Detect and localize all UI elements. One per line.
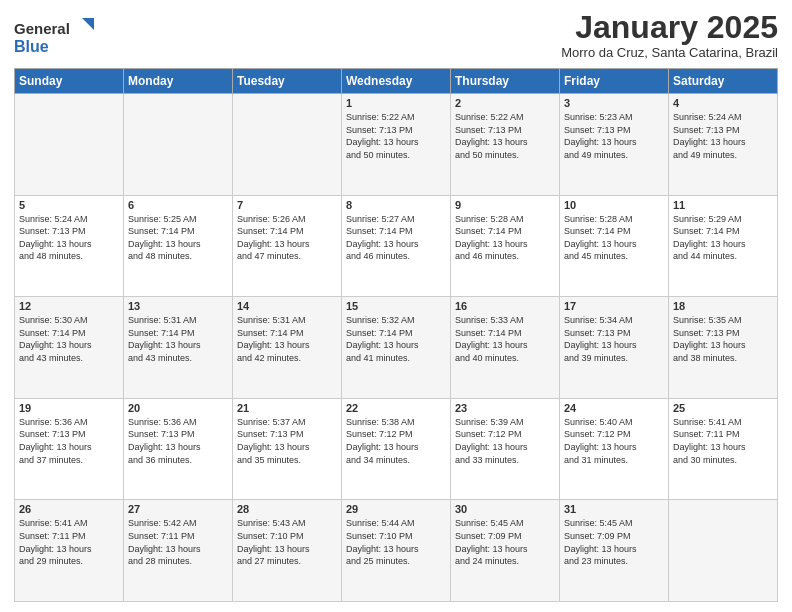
calendar-cell: 12Sunrise: 5:30 AM Sunset: 7:14 PM Dayli…: [15, 297, 124, 399]
day-info: Sunrise: 5:45 AM Sunset: 7:09 PM Dayligh…: [455, 517, 555, 567]
calendar-cell: [15, 94, 124, 196]
day-number: 7: [237, 199, 337, 211]
week-row-4: 26Sunrise: 5:41 AM Sunset: 7:11 PM Dayli…: [15, 500, 778, 602]
day-info: Sunrise: 5:28 AM Sunset: 7:14 PM Dayligh…: [564, 213, 664, 263]
day-info: Sunrise: 5:36 AM Sunset: 7:13 PM Dayligh…: [19, 416, 119, 466]
day-number: 22: [346, 402, 446, 414]
day-info: Sunrise: 5:38 AM Sunset: 7:12 PM Dayligh…: [346, 416, 446, 466]
header: General Blue January 2025 Morro da Cruz,…: [14, 10, 778, 62]
week-row-0: 1Sunrise: 5:22 AM Sunset: 7:13 PM Daylig…: [15, 94, 778, 196]
day-number: 5: [19, 199, 119, 211]
logo-svg: General Blue: [14, 14, 104, 58]
day-number: 24: [564, 402, 664, 414]
header-monday: Monday: [124, 69, 233, 94]
day-info: Sunrise: 5:41 AM Sunset: 7:11 PM Dayligh…: [673, 416, 773, 466]
calendar-cell: 27Sunrise: 5:42 AM Sunset: 7:11 PM Dayli…: [124, 500, 233, 602]
day-number: 20: [128, 402, 228, 414]
day-number: 1: [346, 97, 446, 109]
day-number: 25: [673, 402, 773, 414]
header-saturday: Saturday: [669, 69, 778, 94]
day-info: Sunrise: 5:39 AM Sunset: 7:12 PM Dayligh…: [455, 416, 555, 466]
calendar-cell: 5Sunrise: 5:24 AM Sunset: 7:13 PM Daylig…: [15, 195, 124, 297]
day-number: 29: [346, 503, 446, 515]
day-info: Sunrise: 5:31 AM Sunset: 7:14 PM Dayligh…: [128, 314, 228, 364]
calendar-cell: 9Sunrise: 5:28 AM Sunset: 7:14 PM Daylig…: [451, 195, 560, 297]
day-number: 11: [673, 199, 773, 211]
day-info: Sunrise: 5:42 AM Sunset: 7:11 PM Dayligh…: [128, 517, 228, 567]
day-info: Sunrise: 5:36 AM Sunset: 7:13 PM Dayligh…: [128, 416, 228, 466]
day-info: Sunrise: 5:29 AM Sunset: 7:14 PM Dayligh…: [673, 213, 773, 263]
svg-text:Blue: Blue: [14, 38, 49, 55]
calendar-cell: 29Sunrise: 5:44 AM Sunset: 7:10 PM Dayli…: [342, 500, 451, 602]
calendar-cell: 21Sunrise: 5:37 AM Sunset: 7:13 PM Dayli…: [233, 398, 342, 500]
day-info: Sunrise: 5:34 AM Sunset: 7:13 PM Dayligh…: [564, 314, 664, 364]
week-row-1: 5Sunrise: 5:24 AM Sunset: 7:13 PM Daylig…: [15, 195, 778, 297]
day-info: Sunrise: 5:35 AM Sunset: 7:13 PM Dayligh…: [673, 314, 773, 364]
day-number: 6: [128, 199, 228, 211]
calendar-cell: 4Sunrise: 5:24 AM Sunset: 7:13 PM Daylig…: [669, 94, 778, 196]
calendar-cell: 31Sunrise: 5:45 AM Sunset: 7:09 PM Dayli…: [560, 500, 669, 602]
header-tuesday: Tuesday: [233, 69, 342, 94]
header-friday: Friday: [560, 69, 669, 94]
calendar-cell: 10Sunrise: 5:28 AM Sunset: 7:14 PM Dayli…: [560, 195, 669, 297]
day-info: Sunrise: 5:33 AM Sunset: 7:14 PM Dayligh…: [455, 314, 555, 364]
day-info: Sunrise: 5:22 AM Sunset: 7:13 PM Dayligh…: [455, 111, 555, 161]
header-sunday: Sunday: [15, 69, 124, 94]
week-row-2: 12Sunrise: 5:30 AM Sunset: 7:14 PM Dayli…: [15, 297, 778, 399]
calendar-cell: 11Sunrise: 5:29 AM Sunset: 7:14 PM Dayli…: [669, 195, 778, 297]
calendar-cell: 30Sunrise: 5:45 AM Sunset: 7:09 PM Dayli…: [451, 500, 560, 602]
day-number: 17: [564, 300, 664, 312]
day-number: 28: [237, 503, 337, 515]
month-title: January 2025: [561, 10, 778, 45]
calendar-cell: 7Sunrise: 5:26 AM Sunset: 7:14 PM Daylig…: [233, 195, 342, 297]
day-number: 30: [455, 503, 555, 515]
calendar-cell: 1Sunrise: 5:22 AM Sunset: 7:13 PM Daylig…: [342, 94, 451, 196]
day-number: 13: [128, 300, 228, 312]
logo-block: General Blue: [14, 14, 104, 62]
calendar-cell: 23Sunrise: 5:39 AM Sunset: 7:12 PM Dayli…: [451, 398, 560, 500]
day-info: Sunrise: 5:31 AM Sunset: 7:14 PM Dayligh…: [237, 314, 337, 364]
day-number: 21: [237, 402, 337, 414]
svg-text:General: General: [14, 20, 70, 37]
day-info: Sunrise: 5:43 AM Sunset: 7:10 PM Dayligh…: [237, 517, 337, 567]
day-info: Sunrise: 5:26 AM Sunset: 7:14 PM Dayligh…: [237, 213, 337, 263]
week-row-3: 19Sunrise: 5:36 AM Sunset: 7:13 PM Dayli…: [15, 398, 778, 500]
day-number: 2: [455, 97, 555, 109]
header-thursday: Thursday: [451, 69, 560, 94]
calendar-cell: 20Sunrise: 5:36 AM Sunset: 7:13 PM Dayli…: [124, 398, 233, 500]
day-number: 18: [673, 300, 773, 312]
calendar-cell: [124, 94, 233, 196]
calendar-cell: 15Sunrise: 5:32 AM Sunset: 7:14 PM Dayli…: [342, 297, 451, 399]
day-info: Sunrise: 5:24 AM Sunset: 7:13 PM Dayligh…: [673, 111, 773, 161]
day-info: Sunrise: 5:23 AM Sunset: 7:13 PM Dayligh…: [564, 111, 664, 161]
day-number: 15: [346, 300, 446, 312]
day-number: 23: [455, 402, 555, 414]
calendar-cell: 17Sunrise: 5:34 AM Sunset: 7:13 PM Dayli…: [560, 297, 669, 399]
day-info: Sunrise: 5:28 AM Sunset: 7:14 PM Dayligh…: [455, 213, 555, 263]
day-info: Sunrise: 5:32 AM Sunset: 7:14 PM Dayligh…: [346, 314, 446, 364]
day-info: Sunrise: 5:37 AM Sunset: 7:13 PM Dayligh…: [237, 416, 337, 466]
calendar-cell: 13Sunrise: 5:31 AM Sunset: 7:14 PM Dayli…: [124, 297, 233, 399]
calendar-cell: 26Sunrise: 5:41 AM Sunset: 7:11 PM Dayli…: [15, 500, 124, 602]
day-number: 27: [128, 503, 228, 515]
day-info: Sunrise: 5:45 AM Sunset: 7:09 PM Dayligh…: [564, 517, 664, 567]
calendar-cell: 22Sunrise: 5:38 AM Sunset: 7:12 PM Dayli…: [342, 398, 451, 500]
day-number: 3: [564, 97, 664, 109]
calendar-cell: 3Sunrise: 5:23 AM Sunset: 7:13 PM Daylig…: [560, 94, 669, 196]
calendar-cell: 6Sunrise: 5:25 AM Sunset: 7:14 PM Daylig…: [124, 195, 233, 297]
day-number: 16: [455, 300, 555, 312]
day-info: Sunrise: 5:22 AM Sunset: 7:13 PM Dayligh…: [346, 111, 446, 161]
calendar-cell: 16Sunrise: 5:33 AM Sunset: 7:14 PM Dayli…: [451, 297, 560, 399]
calendar-cell: 25Sunrise: 5:41 AM Sunset: 7:11 PM Dayli…: [669, 398, 778, 500]
day-number: 9: [455, 199, 555, 211]
page: General Blue January 2025 Morro da Cruz,…: [0, 0, 792, 612]
day-info: Sunrise: 5:24 AM Sunset: 7:13 PM Dayligh…: [19, 213, 119, 263]
location: Morro da Cruz, Santa Catarina, Brazil: [561, 45, 778, 60]
day-number: 26: [19, 503, 119, 515]
title-block: January 2025 Morro da Cruz, Santa Catari…: [561, 10, 778, 60]
logo: General Blue: [14, 14, 104, 62]
day-info: Sunrise: 5:41 AM Sunset: 7:11 PM Dayligh…: [19, 517, 119, 567]
day-number: 12: [19, 300, 119, 312]
calendar-cell: [669, 500, 778, 602]
day-info: Sunrise: 5:30 AM Sunset: 7:14 PM Dayligh…: [19, 314, 119, 364]
